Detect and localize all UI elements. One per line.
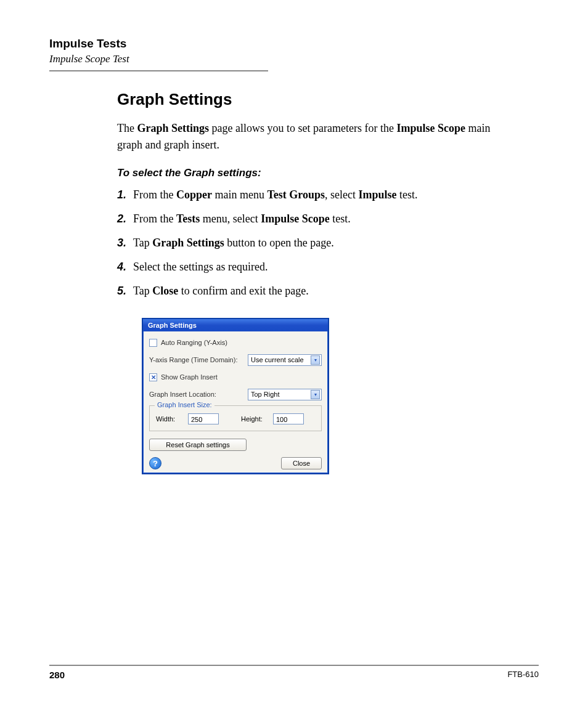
text: page allows you to set parameters for th… (209, 122, 396, 134)
product-model: FTB-610 (507, 670, 539, 680)
step-number: 3. (117, 235, 133, 251)
height-input[interactable]: 100 (273, 413, 304, 424)
step-number: 2. (117, 211, 133, 227)
step-text: Tap Close to confirm and exit the page. (133, 283, 309, 299)
page-number: 280 (49, 670, 65, 680)
footer-rule (49, 665, 539, 666)
text: The (117, 122, 137, 134)
step-number: 4. (117, 259, 133, 275)
procedure-heading: To select the Graph settings: (117, 167, 514, 179)
group-legend: Graph Insert Size: (155, 401, 214, 408)
step-number: 5. (117, 283, 133, 299)
chapter-title: Impulse Tests (49, 37, 539, 51)
step-text: From the Tests menu, select Impulse Scop… (133, 211, 351, 227)
dialog-titlebar: Graph Settings (143, 319, 328, 331)
step-item: 1. From the Copper main menu Test Groups… (117, 187, 514, 203)
step-text: Select the settings as required. (133, 259, 267, 275)
text-bold: Impulse Scope (396, 122, 465, 134)
height-label: Height: (241, 415, 268, 423)
graph-settings-dialog: Graph Settings Auto Ranging (Y-Axis) Y-a… (142, 318, 329, 474)
auto-ranging-label: Auto Ranging (Y-Axis) (161, 339, 259, 346)
chevron-down-icon: ▾ (311, 390, 320, 399)
step-item: 2. From the Tests menu, select Impulse S… (117, 211, 514, 227)
step-item: 5. Tap Close to confirm and exit the pag… (117, 283, 514, 299)
step-text: Tap Graph Settings button to open the pa… (133, 235, 334, 251)
section-heading: Graph Settings (117, 90, 514, 109)
intro-paragraph: The Graph Settings page allows you to se… (117, 120, 514, 153)
text-bold: Graph Settings (137, 122, 209, 134)
step-item: 3. Tap Graph Settings button to open the… (117, 235, 514, 251)
chevron-down-icon: ▾ (311, 355, 320, 365)
chapter-subtitle: Impulse Scope Test (49, 53, 539, 65)
width-input[interactable]: 250 (188, 413, 219, 424)
header-rule (49, 70, 268, 71)
yaxis-range-select[interactable]: Use current scale ▾ (248, 354, 322, 366)
graph-insert-location-label: Graph Insert Location: (149, 391, 248, 398)
step-number: 1. (117, 187, 133, 203)
yaxis-range-value: Use current scale (251, 356, 304, 363)
show-graph-insert-checkbox[interactable]: ✕ (149, 373, 157, 381)
reset-graph-settings-button[interactable]: Reset Graph settings (149, 439, 247, 451)
close-button[interactable]: Close (281, 457, 322, 469)
help-icon[interactable]: ? (149, 457, 161, 469)
graph-insert-location-value: Top Right (251, 391, 279, 398)
graph-insert-location-select[interactable]: Top Right ▾ (248, 389, 322, 400)
step-item: 4. Select the settings as required. (117, 259, 514, 275)
yaxis-range-label: Y-axis Range (Time Domain): (149, 356, 248, 363)
show-graph-insert-label: Show Graph Insert (161, 373, 259, 381)
width-label: Width: (156, 415, 183, 423)
step-text: From the Copper main menu Test Groups, s… (133, 187, 418, 203)
auto-ranging-checkbox[interactable] (149, 339, 157, 347)
graph-insert-size-group: Graph Insert Size: Width: 250 Height: 10… (149, 405, 322, 431)
